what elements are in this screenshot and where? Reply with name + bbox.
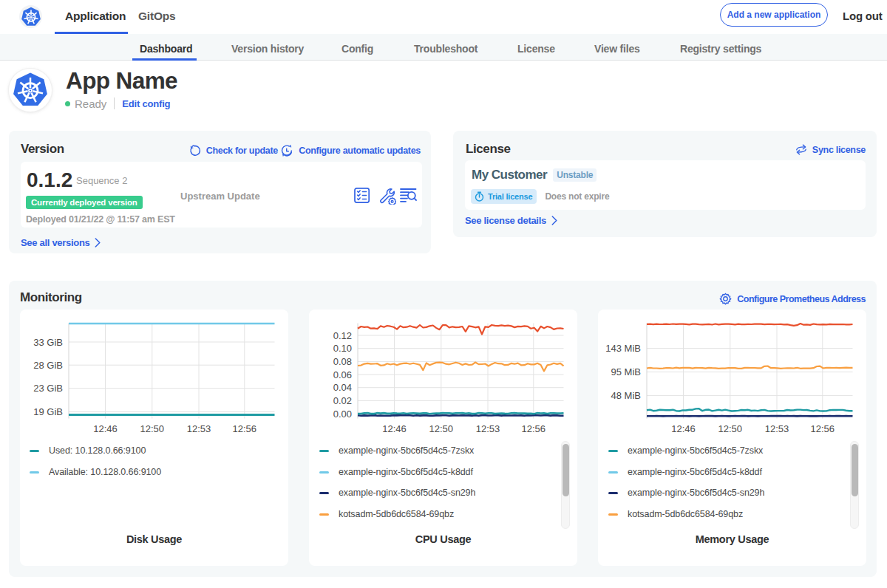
svg-text:12:46: 12:46 bbox=[93, 423, 118, 434]
svg-text:0.12: 0.12 bbox=[333, 330, 352, 341]
svg-text:12:53: 12:53 bbox=[187, 423, 211, 434]
svg-text:143 MiB: 143 MiB bbox=[605, 343, 641, 354]
svg-text:12:56: 12:56 bbox=[233, 423, 257, 434]
svg-text:0.10: 0.10 bbox=[333, 343, 352, 354]
svg-text:12:46: 12:46 bbox=[382, 423, 407, 434]
svg-text:33 GiB: 33 GiB bbox=[33, 337, 63, 348]
svg-text:23 GiB: 23 GiB bbox=[33, 383, 63, 394]
svg-text:12:50: 12:50 bbox=[718, 423, 743, 434]
svg-text:0.04: 0.04 bbox=[333, 382, 352, 393]
svg-text:0.08: 0.08 bbox=[333, 356, 352, 367]
svg-text:48 MiB: 48 MiB bbox=[611, 390, 641, 401]
svg-text:12:50: 12:50 bbox=[429, 423, 454, 434]
svg-text:12:50: 12:50 bbox=[140, 423, 165, 434]
svg-text:0.06: 0.06 bbox=[333, 369, 352, 380]
svg-text:12:56: 12:56 bbox=[522, 423, 546, 434]
svg-text:12:53: 12:53 bbox=[476, 423, 500, 434]
svg-text:0.00: 0.00 bbox=[333, 408, 352, 420]
svg-text:28 GiB: 28 GiB bbox=[33, 360, 63, 371]
svg-text:19 GiB: 19 GiB bbox=[33, 406, 63, 417]
svg-text:95 MiB: 95 MiB bbox=[611, 366, 641, 377]
svg-text:0.02: 0.02 bbox=[333, 395, 352, 406]
svg-text:12:56: 12:56 bbox=[811, 423, 835, 434]
svg-text:12:46: 12:46 bbox=[671, 423, 696, 434]
svg-text:12:53: 12:53 bbox=[765, 423, 789, 434]
